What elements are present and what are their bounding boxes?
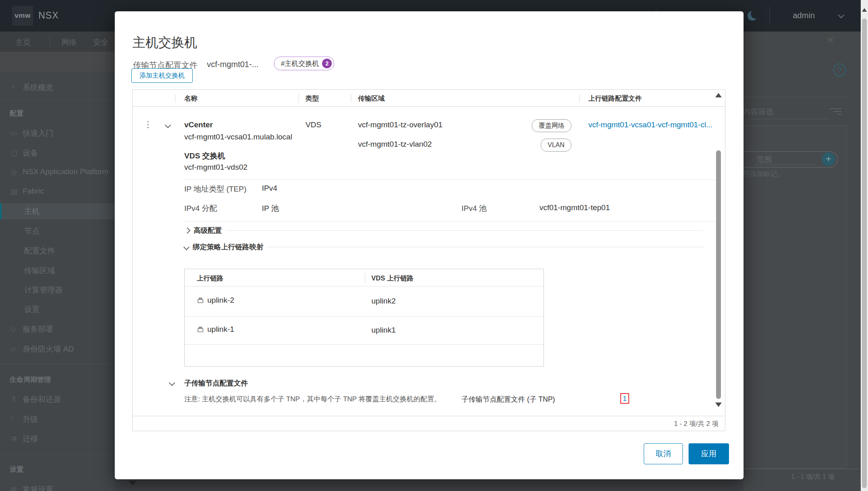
row-type: VDS — [305, 120, 321, 129]
sidebar-item-service-deployments[interactable]: 服务部署 — [23, 324, 53, 335]
scrollbar-thumb[interactable] — [862, 19, 867, 488]
sidebar-item-system-overview[interactable]: 系统概览 — [23, 82, 53, 93]
background-pagination: 1 - 1 项/共 1 项 — [791, 473, 834, 481]
row-transport-zone-1: vcf-mgmt01-tz-overlay01 — [358, 120, 442, 129]
tab-networking[interactable]: 网络 — [61, 37, 77, 48]
sidebar-item-fabric[interactable]: Fabric — [23, 187, 44, 196]
upgrade-icon: ↑ — [11, 415, 14, 423]
sidebar-section-lifecycle: 生命周期管理 — [10, 375, 51, 384]
filter-icon[interactable] — [828, 106, 841, 115]
sidebar-item-appliances[interactable]: 设备 — [23, 148, 38, 158]
cube-icon: ▢ — [11, 148, 17, 157]
scroll-up-icon[interactable] — [862, 8, 867, 12]
background-scroll-down-icon — [129, 481, 137, 486]
sidebar-item-backup-restore[interactable]: 备份和还原 — [23, 394, 61, 405]
sidebar-item-transport-zones[interactable]: 传输区域 — [24, 266, 55, 276]
teaming-uplink-section[interactable]: 绑定策略上行链路映射 — [184, 242, 710, 252]
advanced-config-section[interactable]: 高级配置 — [184, 225, 710, 235]
pagination-text: 1 - 2 项/共 2 项 — [674, 419, 718, 428]
vds-uplink-value: uplink2 — [371, 297, 396, 306]
sub-tnp-section-label: 子传输节点配置文件 — [184, 378, 248, 388]
host-switch-dialog: 主机交换机 × 传输节点配置文件 vcf-mgmt01-... #主机交换机 2… — [115, 11, 744, 479]
tag-label: #主机交换机 — [281, 59, 319, 68]
row-expand-chevron-icon[interactable] — [165, 122, 171, 129]
table-scroll-up-icon[interactable] — [715, 93, 722, 97]
apply-button[interactable]: 应用 — [689, 443, 729, 464]
sidebar-divider — [0, 454, 115, 455]
row-transport-zone-2: vcf-mgmt01-tz-vlan02 — [358, 140, 432, 149]
chevron-down-icon[interactable] — [183, 244, 190, 250]
table-pagination: 1 - 2 项/共 2 项 — [133, 416, 725, 431]
column-type[interactable]: 类型 — [305, 94, 319, 103]
sidebar-item-compute-managers[interactable]: 计算管理器 — [24, 285, 63, 295]
sub-tnp-count-link[interactable]: 1 — [620, 393, 629, 404]
add-tag-icon[interactable]: + — [822, 152, 835, 166]
dark-mode-moon-icon[interactable] — [748, 11, 757, 21]
sidebar-divider — [0, 100, 115, 100]
sidebar-item-hosts[interactable]: 主机 — [24, 206, 40, 217]
row-menu-icon[interactable]: ⋮ — [144, 120, 152, 129]
table-scroll-down-icon[interactable] — [715, 402, 722, 407]
column-name[interactable]: 名称 — [184, 94, 198, 103]
table-scrollbar-thumb[interactable] — [716, 150, 721, 399]
vds-uplink-value: uplink1 — [371, 326, 396, 335]
tab-divider — [50, 36, 50, 47]
sidebar-item-fabric-settings[interactable]: 设置 — [24, 304, 40, 315]
table-header-row: 名称 类型 传输区域 上行链路配置文件 — [133, 90, 725, 107]
add-host-switch-button[interactable]: 添加主机交换机 — [131, 68, 193, 83]
scope-underline — [754, 164, 817, 165]
chevron-right-icon[interactable] — [184, 227, 191, 234]
sub-tnp-note: 注意: 主机交换机可以具有多个子 TNP，其中每个子 TNP 将覆盖主机交换机的… — [184, 394, 441, 404]
page-help-icon[interactable]: ? — [833, 63, 846, 76]
header-divider — [769, 6, 770, 25]
cancel-button[interactable]: 取消 — [644, 443, 683, 464]
uplink-port-icon — [197, 297, 204, 304]
sidebar-divider — [0, 364, 115, 365]
sidebar: ◔ 系统概览 配置 ▭ 快速入门 ▢ 设备 ◎ NSX Application … — [0, 72, 115, 491]
tag-count-badge: 2 — [322, 59, 332, 68]
host-switch-tag[interactable]: #主机交换机 2 — [274, 57, 334, 70]
sidebar-item-quick-start[interactable]: 快速入门 — [23, 128, 53, 139]
tab-home[interactable]: 主页 — [15, 37, 31, 48]
ip-type-value: IPv4 — [262, 184, 277, 193]
nsx-app-window: vmw NSX admin 主页 网络 安全 ◔ 系统概览 配置 ▭ 快速入门 … — [0, 0, 868, 491]
folder-icon: ▱ — [11, 344, 16, 353]
column-uplink-profile[interactable]: 上行链路配置文件 — [588, 94, 642, 103]
background-divider — [744, 469, 860, 469]
sidebar-item-nsx-application-platform[interactable]: NSX Application Platform — [23, 167, 108, 176]
sidebar-item-nodes[interactable]: 节点 — [24, 226, 40, 236]
sidebar-item-general-settings[interactable]: 常规设置 — [23, 485, 53, 491]
product-title: NSX — [38, 10, 59, 21]
sub-tnp-chevron-icon[interactable] — [169, 380, 175, 386]
sidebar-item-profiles[interactable]: 配置文件 — [24, 246, 55, 256]
background-divider — [744, 97, 847, 97]
advanced-config-label: 高级配置 — [194, 225, 222, 235]
vlan-badge: VLAN — [541, 139, 571, 152]
uplink-profile-link[interactable]: vcf-mgmt01-vcsa01-vcf-mgmt01-cl... — [588, 120, 712, 129]
sidebar-item-identity-firewall-ad[interactable]: 身份防火墙 AD — [23, 344, 74, 354]
page-scrollbar[interactable] — [861, 0, 868, 491]
close-icon[interactable]: × — [827, 34, 834, 46]
uplink-port-icon — [197, 326, 204, 333]
sidebar-item-migrate[interactable]: 迁移 — [23, 434, 38, 444]
ipv4-pool-value: vcf01-mgmt01-tep01 — [539, 203, 610, 212]
server-icon: ▤ — [11, 187, 17, 196]
chevron-down-icon[interactable] — [838, 12, 845, 19]
sidebar-section-settings: 设置 — [10, 465, 23, 474]
overlay-badge: 覆盖网络 — [532, 119, 571, 132]
deploy-icon: ◇ — [11, 325, 16, 333]
sidebar-section-config: 配置 — [10, 109, 23, 118]
subtitle-value: vcf-mgmt01-... — [207, 60, 259, 69]
tab-security[interactable]: 安全 — [93, 37, 108, 48]
backup-icon: ⇑ — [11, 395, 17, 404]
teaming-uplink-label: 绑定策略上行链路映射 — [193, 242, 263, 252]
platform-icon: ◎ — [11, 168, 17, 177]
host-switch-table: 名称 类型 传输区域 上行链路配置文件 ⋮ vCenter vcf-mgmt01… — [132, 89, 725, 431]
row-switch-label: VDS 交换机 — [184, 151, 225, 161]
ip-type-label: IP 地址类型 (TEP) — [184, 184, 246, 194]
user-menu[interactable]: admin — [793, 11, 815, 20]
column-vds-uplink: VDS 上行链路 — [371, 274, 414, 283]
column-transport-zone[interactable]: 传输区域 — [358, 94, 385, 103]
sidebar-item-upgrade[interactable]: 升级 — [23, 414, 38, 425]
ipv4-pool-label: IPv4 池 — [461, 203, 487, 214]
